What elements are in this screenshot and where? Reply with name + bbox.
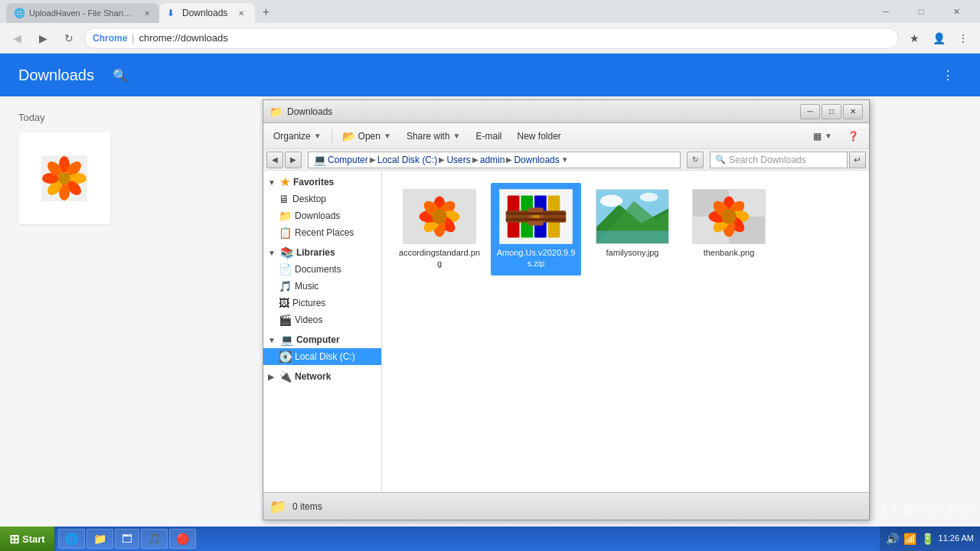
chrome-menu-button[interactable]: ⋮	[952, 28, 974, 49]
explorer-minimize-button[interactable]: ─	[800, 104, 820, 119]
sidebar-item-desktop[interactable]: 🖥 Desktop	[263, 191, 381, 207]
sidebar-item-recent-places[interactable]: 📋 Recent Places	[263, 224, 381, 241]
taskbar-ie-item[interactable]: 🌐	[58, 529, 85, 549]
explorer-back-button[interactable]: ◀	[266, 152, 283, 168]
computer-section: ▼ 💻 Computer 💽 Local Disk (C:)	[263, 331, 381, 365]
path-arrow4: ▶	[506, 155, 512, 164]
taskbar-folder-item[interactable]: 📁	[87, 529, 113, 549]
new-folder-button[interactable]: New folder	[511, 126, 568, 146]
email-button[interactable]: E-mail	[469, 126, 508, 146]
sidebar-item-local-disk[interactable]: 💽 Local Disk (C:)	[263, 348, 381, 365]
zip-svg	[500, 189, 572, 244]
explorer-folder-icon: 📁	[270, 106, 283, 118]
share-with-label: Share with	[407, 131, 450, 142]
tab2-favicon: ⬇	[167, 8, 178, 18]
explorer-close-button[interactable]: ✕	[843, 104, 863, 119]
path-computer[interactable]: Computer	[328, 155, 368, 165]
chrome-maximize-button[interactable]: □	[903, 0, 939, 23]
forward-button[interactable]: ▶	[32, 28, 54, 49]
chrome-window-buttons: ─ □ ✕	[868, 0, 974, 23]
view-dropdown-icon: ▼	[825, 132, 832, 140]
path-local-disk[interactable]: Local Disk (C:)	[377, 155, 438, 165]
chrome-minimize-button[interactable]: ─	[868, 0, 903, 23]
tab2-label: Downloads	[182, 8, 227, 18]
search-go-button[interactable]: ↵	[849, 152, 866, 168]
downloads-search-button[interactable]: 🔍	[106, 61, 134, 89]
taskbar-security-item[interactable]: 🔴	[169, 529, 196, 549]
tab1-label: UploadHaven - File Sharing Made Si...	[29, 8, 135, 18]
videos-label: Videos	[295, 315, 322, 325]
file-item-thenbank[interactable]: thenbank.png	[684, 183, 774, 276]
organize-dropdown-icon: ▼	[314, 132, 322, 140]
file-item-familysony[interactable]: familysony.jpg	[587, 183, 678, 276]
address-bar[interactable]: Chrome | chrome://downloads	[84, 28, 899, 49]
refresh-path-button[interactable]: ↻	[687, 152, 704, 168]
downloads-more-button[interactable]: ⋮	[934, 61, 962, 89]
start-button[interactable]: ⊞ Start	[0, 527, 55, 551]
explorer-forward-button[interactable]: ▶	[285, 152, 302, 168]
svg-rect-29	[506, 212, 566, 215]
view-options-button[interactable]: ▦ ▼	[806, 126, 839, 146]
favorites-section: ▼ ★ Favorites 🖥 Desktop 📁 Downloads	[263, 174, 381, 241]
sidebar-item-pictures[interactable]: 🖼 Pictures	[263, 295, 381, 311]
tab2-close-btn[interactable]: ✕	[235, 7, 247, 19]
explorer-address-bar: ◀ ▶ 💻 Computer ▶ Local Disk (C:) ▶ Users…	[263, 149, 869, 171]
organize-button[interactable]: Organize ▼	[266, 126, 328, 146]
tab-downloads[interactable]: ⬇ Downloads ✕	[159, 3, 255, 23]
bookmark-button[interactable]: ★	[903, 28, 925, 49]
view-icon: ▦	[813, 131, 822, 142]
sidebar-item-documents[interactable]: 📄 Documents	[263, 261, 381, 278]
new-tab-button[interactable]: +	[255, 2, 276, 23]
desktop-icon: 🖥	[279, 193, 289, 205]
libraries-section: ▼ 📚 Libraries 📄 Documents 🎵 Music	[263, 244, 381, 328]
search-box[interactable]: 🔍 Search Downloads	[710, 152, 848, 168]
favorites-expand-icon: ▼	[268, 178, 276, 187]
taskbar-notepad-item[interactable]: 🗔	[115, 529, 139, 549]
refresh-button[interactable]: ↻	[58, 28, 80, 49]
libraries-header[interactable]: ▼ 📚 Libraries	[263, 244, 381, 261]
tab1-close-btn[interactable]: ✕	[142, 7, 152, 19]
sidebar-item-music[interactable]: 🎵 Music	[263, 278, 381, 295]
recent-places-icon: 📋	[279, 227, 292, 239]
file-thumb-accordingstandard	[403, 189, 476, 244]
network-tray-icon[interactable]: 📶	[903, 533, 916, 545]
file-item-among-us[interactable]: Among.Us.v2020.9.9s.zip	[491, 183, 581, 276]
tab-uploadhaven[interactable]: 🌐 UploadHaven - File Sharing Made Si... …	[6, 3, 159, 23]
downloads-header: Downloads 🔍 ⋮	[0, 54, 980, 96]
pictures-label: Pictures	[292, 298, 325, 308]
user-button[interactable]: 👤	[928, 28, 949, 49]
sidebar-item-downloads[interactable]: 📁 Downloads	[263, 207, 381, 224]
sidebar-item-videos[interactable]: 🎬 Videos	[263, 311, 381, 328]
volume-icon[interactable]: 🔊	[886, 533, 899, 545]
chrome-close-button[interactable]: ✕	[939, 0, 974, 23]
computer-header[interactable]: ▼ 💻 Computer	[263, 331, 381, 348]
explorer-window-buttons: ─ □ ✕	[800, 104, 863, 119]
battery-icon[interactable]: 🔋	[921, 533, 934, 545]
network-header[interactable]: ▶ 🔌 Network	[263, 368, 381, 385]
notepad-icon: 🗔	[122, 533, 132, 545]
local-disk-icon: 💽	[279, 350, 292, 363]
file-item-accordingstandard[interactable]: accordingstandard.png	[394, 183, 485, 276]
taskbar-media-item[interactable]: 🎵	[141, 529, 168, 549]
explorer-maximize-button[interactable]: □	[822, 104, 841, 119]
search-icon: 🔍	[715, 155, 726, 165]
open-button[interactable]: 📂 Open ▼	[335, 126, 398, 146]
svg-point-10	[58, 172, 70, 184]
back-button[interactable]: ◀	[6, 28, 28, 49]
ie-icon: 🌐	[65, 533, 78, 545]
path-admin[interactable]: admin	[480, 155, 505, 165]
path-computer-icon: 💻	[313, 154, 326, 166]
address-text: chrome://downloads	[139, 32, 890, 44]
path-downloads[interactable]: Downloads	[514, 155, 559, 165]
favorites-header[interactable]: ▼ ★ Favorites	[263, 174, 381, 191]
help-button[interactable]: ❓	[841, 126, 866, 146]
network-section: ▶ 🔌 Network	[263, 368, 381, 385]
search-input[interactable]: Search Downloads	[729, 155, 842, 165]
explorer-path[interactable]: 💻 Computer ▶ Local Disk (C:) ▶ Users ▶ a…	[308, 152, 681, 168]
downloads-page-title: Downloads	[18, 67, 94, 84]
path-users[interactable]: Users	[446, 155, 470, 165]
recent-places-label: Recent Places	[295, 227, 354, 238]
share-with-button[interactable]: Share with ▼	[400, 126, 468, 146]
downloads-sidebar-label: Downloads	[295, 210, 340, 221]
svg-point-35	[640, 193, 658, 202]
